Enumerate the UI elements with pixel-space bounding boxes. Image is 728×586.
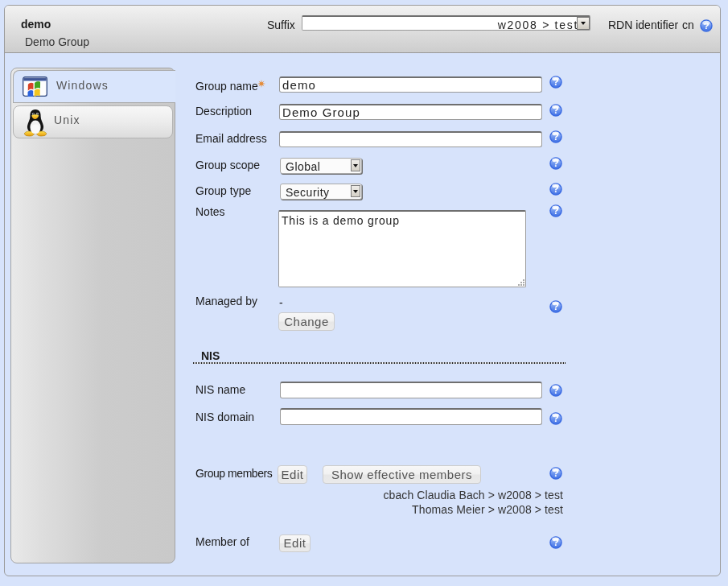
svg-text:?: ? — [553, 76, 559, 88]
svg-text:?: ? — [553, 205, 559, 217]
svg-text:?: ? — [553, 158, 559, 169]
svg-text:?: ? — [553, 537, 559, 548]
svg-text:?: ? — [553, 184, 559, 195]
svg-text:?: ? — [553, 385, 559, 396]
svg-text:?: ? — [703, 20, 709, 31]
svg-text:?: ? — [553, 105, 559, 116]
svg-text:?: ? — [553, 131, 559, 142]
svg-text:?: ? — [553, 301, 559, 312]
svg-text:?: ? — [553, 468, 559, 479]
svg-text:?: ? — [553, 413, 559, 424]
